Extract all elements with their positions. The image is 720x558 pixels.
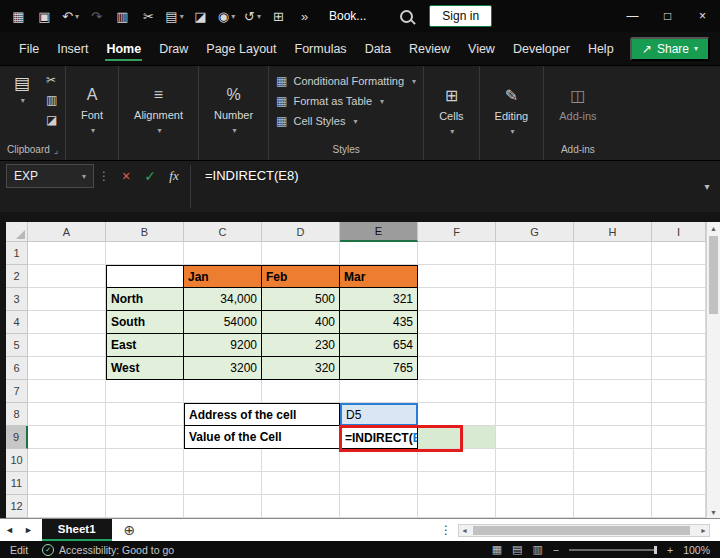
status-mode[interactable]: Edit [10, 544, 28, 556]
cell-d2[interactable]: Feb [262, 265, 340, 288]
column-header-b[interactable]: B [106, 222, 184, 242]
addins-button[interactable]: ◫ Add-ins [551, 71, 604, 144]
tab-formulas[interactable]: Formulas [286, 34, 356, 64]
vertical-scroll-thumb[interactable] [709, 236, 718, 314]
cell-c12[interactable] [184, 495, 262, 518]
column-header-a[interactable]: A [28, 222, 106, 242]
cell-b11[interactable] [106, 472, 184, 495]
cell-h1[interactable] [574, 242, 652, 265]
cell-g10[interactable] [496, 449, 574, 472]
cell-d7[interactable] [262, 380, 340, 403]
name-box-resizer[interactable]: ⋮ [94, 164, 114, 188]
cell-a5[interactable] [28, 334, 106, 357]
fill-color-icon[interactable]: ◉▾ [214, 4, 239, 28]
cell-h4[interactable] [574, 311, 652, 334]
cut-icon[interactable]: ✂ [136, 4, 161, 28]
zoom-level[interactable]: 100% [683, 544, 710, 556]
cell-i2[interactable] [652, 265, 706, 288]
cell-g3[interactable] [496, 288, 574, 311]
scroll-up-icon[interactable]: ▲ [707, 222, 720, 234]
cell-b3[interactable]: North [106, 288, 184, 311]
cell-h7[interactable] [574, 380, 652, 403]
format-painter-button[interactable]: ◪ [46, 113, 57, 127]
app-launcher-icon[interactable]: ▦ [6, 4, 31, 28]
editing-menu-button[interactable]: ✎ Editing ▾ [487, 71, 537, 158]
page-break-view-icon[interactable]: ▥ [532, 543, 542, 556]
cut-button[interactable]: ✂ [46, 73, 57, 87]
cell-h2[interactable] [574, 265, 652, 288]
minimize-icon[interactable]: — [615, 0, 650, 32]
column-header-h[interactable]: H [574, 222, 652, 242]
cell-h6[interactable] [574, 357, 652, 380]
cell-i6[interactable] [652, 357, 706, 380]
name-box[interactable]: EXP ▾ [6, 164, 94, 188]
cell-h8[interactable] [574, 403, 652, 426]
undo-icon[interactable]: ↶▾ [58, 4, 83, 28]
paste-button[interactable]: ▤ ▾ [8, 71, 36, 107]
normal-view-icon[interactable]: ▦ [492, 543, 502, 556]
cell-g9[interactable] [496, 426, 574, 449]
tab-overflow-icon[interactable]: ⋮ [434, 523, 458, 537]
font-menu-button[interactable]: A Font ▾ [73, 71, 111, 158]
column-header-d[interactable]: D [262, 222, 340, 242]
row-header-2[interactable]: 2 [6, 265, 28, 288]
cell-g12[interactable] [496, 495, 574, 518]
cell-a11[interactable] [28, 472, 106, 495]
cell-a12[interactable] [28, 495, 106, 518]
page-layout-view-icon[interactable]: ▤ [512, 543, 522, 556]
column-header-c[interactable]: C [184, 222, 262, 242]
clipboard-dialog-launcher-icon[interactable]: ⌟ [54, 145, 58, 155]
zoom-slider[interactable] [569, 549, 657, 551]
zoom-in-button[interactable]: + [667, 544, 673, 556]
cell-d10[interactable] [262, 449, 340, 472]
row-header-5[interactable]: 5 [6, 334, 28, 357]
cell-f3[interactable] [418, 288, 496, 311]
cell-e1[interactable] [340, 242, 418, 265]
cell-f4[interactable] [418, 311, 496, 334]
tab-page-layout[interactable]: Page Layout [197, 34, 285, 64]
cell-g8[interactable] [496, 403, 574, 426]
tab-help[interactable]: Help [579, 34, 623, 64]
cell-d1[interactable] [262, 242, 340, 265]
vertical-scroll-track[interactable] [707, 234, 720, 506]
cell-d5[interactable]: 230 [262, 334, 340, 357]
cell-e12[interactable] [340, 495, 418, 518]
cell-g4[interactable] [496, 311, 574, 334]
row-header-12[interactable]: 12 [6, 495, 28, 518]
cell-g6[interactable] [496, 357, 574, 380]
sheet-nav-left-icon[interactable]: ◄ [0, 525, 19, 535]
tab-file[interactable]: File [10, 34, 48, 64]
horizontal-scroll-thumb[interactable] [473, 526, 690, 535]
cell-f2[interactable] [418, 265, 496, 288]
column-header-f[interactable]: F [418, 222, 496, 242]
sign-in-button[interactable]: Sign in [429, 5, 492, 27]
paste-icon[interactable]: ▤▾ [162, 4, 187, 28]
save-icon[interactable]: ▣ [32, 4, 57, 28]
column-header-g[interactable]: G [496, 222, 574, 242]
cell-b9[interactable] [106, 426, 184, 449]
cell-d4[interactable]: 400 [262, 311, 340, 334]
cell-c6[interactable]: 3200 [184, 357, 262, 380]
cell-a7[interactable] [28, 380, 106, 403]
cell-e9[interactable]: =INDIRECT(E8) [340, 426, 418, 449]
column-header-e[interactable]: E [340, 222, 418, 242]
cell-e8[interactable]: D5 [340, 403, 418, 426]
cell-i10[interactable] [652, 449, 706, 472]
cell-c5[interactable]: 9200 [184, 334, 262, 357]
maximize-icon[interactable]: □ [650, 0, 685, 32]
row-header-3[interactable]: 3 [6, 288, 28, 311]
cell-c1[interactable] [184, 242, 262, 265]
cell-i12[interactable] [652, 495, 706, 518]
cell-f8[interactable] [418, 403, 496, 426]
cell-b7[interactable] [106, 380, 184, 403]
cell-e5[interactable]: 654 [340, 334, 418, 357]
share-button[interactable]: ↗ Share ▾ [630, 37, 710, 61]
tab-data[interactable]: Data [356, 34, 400, 64]
search-icon[interactable] [400, 10, 413, 23]
cell-e4[interactable]: 435 [340, 311, 418, 334]
cell-f9[interactable] [418, 426, 496, 449]
cell-b5[interactable]: East [106, 334, 184, 357]
cell-i9[interactable] [652, 426, 706, 449]
sheet-tab-sheet1[interactable]: Sheet1 [42, 519, 112, 541]
cell-a8[interactable] [28, 403, 106, 426]
